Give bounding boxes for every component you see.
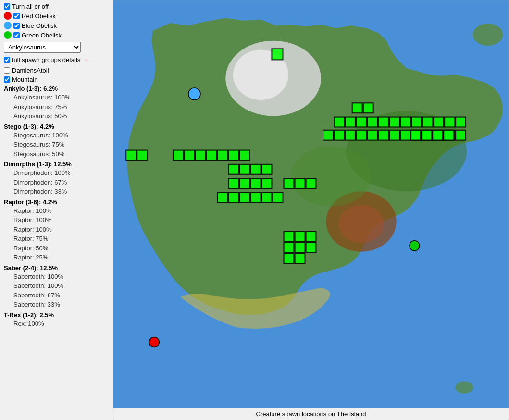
svg-rect-62 xyxy=(295,232,305,242)
svg-rect-16 xyxy=(400,117,410,127)
list-item: Dimorphodon: 33% xyxy=(4,187,109,197)
svg-rect-66 xyxy=(306,243,316,253)
svg-rect-49 xyxy=(240,178,250,188)
group-header-ankylo: Ankylo (1-3): 6.2% xyxy=(4,85,109,92)
list-item: Stegosaurus: 100% xyxy=(4,131,109,140)
full-spawn-row: full spawn groups details ← xyxy=(4,55,109,65)
list-item: Raptor: 100% xyxy=(4,215,109,225)
spawn-groups: Ankylo (1-3): 6.2% Ankylosaurus: 100% An… xyxy=(4,85,109,328)
svg-rect-8 xyxy=(352,103,362,113)
svg-rect-19 xyxy=(434,117,444,127)
svg-rect-51 xyxy=(262,178,272,188)
red-obelisk-checkbox[interactable] xyxy=(13,13,20,19)
turn-all-label: Turn all or off xyxy=(12,3,49,10)
map-container: Creature spawn locations on The Island xyxy=(113,0,509,420)
list-item: Stegosaurus: 75% xyxy=(4,140,109,149)
svg-rect-46 xyxy=(251,164,261,174)
blue-obelisk-checkbox[interactable] xyxy=(13,23,20,29)
svg-rect-72 xyxy=(444,130,454,140)
svg-rect-52 xyxy=(218,192,228,202)
sidebar: Turn all or off Red Obelisk Blue Obelisk… xyxy=(0,0,113,420)
map-caption: Creature spawn locations on The Island xyxy=(113,408,509,420)
list-item: Dimorphodon: 67% xyxy=(4,178,109,187)
svg-rect-15 xyxy=(389,117,399,127)
svg-point-4 xyxy=(339,205,384,243)
svg-rect-28 xyxy=(389,130,399,140)
red-spawn-dot xyxy=(149,337,159,347)
svg-rect-20 xyxy=(445,117,455,127)
green-obelisk-dot xyxy=(410,241,420,251)
svg-rect-63 xyxy=(306,232,316,242)
svg-rect-67 xyxy=(284,254,294,264)
svg-rect-17 xyxy=(411,117,422,127)
mountain-label: Mountain xyxy=(12,76,37,83)
svg-rect-38 xyxy=(185,150,195,161)
arrow-icon: ← xyxy=(84,55,93,65)
creature-dropdown-row: Ankylosaurus Rex Raptor Stegosaurus Sabe… xyxy=(4,42,109,53)
damiensatoll-checkbox[interactable] xyxy=(4,67,10,74)
svg-rect-47 xyxy=(262,164,272,174)
green-obelisk-label: Green Obelisk xyxy=(22,32,62,39)
green-obelisk-checkbox[interactable] xyxy=(13,32,20,38)
svg-rect-41 xyxy=(218,150,228,161)
list-item: Sabertooth: 67% xyxy=(4,291,109,300)
svg-rect-44 xyxy=(229,164,239,174)
svg-rect-14 xyxy=(378,117,388,127)
svg-rect-58 xyxy=(284,178,294,188)
svg-rect-23 xyxy=(334,130,344,140)
svg-rect-36 xyxy=(137,150,147,161)
svg-rect-55 xyxy=(251,192,261,202)
damiensatoll-label: DamiensAtoll xyxy=(12,67,49,74)
red-obelisk-row: Red Obelisk xyxy=(4,12,109,20)
group-header-trex: T-Rex (1-2): 2.5% xyxy=(4,311,109,319)
list-item: Ankylosaurus: 100% xyxy=(4,93,109,102)
svg-rect-61 xyxy=(284,232,294,242)
damiensatoll-row: DamiensAtoll xyxy=(4,67,109,74)
svg-rect-21 xyxy=(456,117,466,127)
list-item: Sabertooth: 100% xyxy=(4,272,109,282)
svg-rect-45 xyxy=(240,164,250,174)
list-item: Rex: 100% xyxy=(4,319,109,329)
svg-rect-35 xyxy=(126,150,136,161)
svg-rect-22 xyxy=(323,130,333,140)
svg-rect-39 xyxy=(196,150,206,161)
list-item: Ankylosaurus: 75% xyxy=(4,102,109,112)
green-dot-icon xyxy=(4,31,12,39)
svg-rect-56 xyxy=(262,192,272,202)
svg-rect-43 xyxy=(240,150,250,161)
list-item: Raptor: 100% xyxy=(4,225,109,235)
list-item: Ankylosaurus: 50% xyxy=(4,111,109,121)
creature-dropdown[interactable]: Ankylosaurus Rex Raptor Stegosaurus Sabe… xyxy=(4,42,81,53)
blue-dot-icon xyxy=(4,22,12,29)
list-item: Sabertooth: 100% xyxy=(4,281,109,291)
blue-obelisk-label: Blue Obelisk xyxy=(22,22,57,29)
full-spawn-checkbox[interactable] xyxy=(4,57,10,63)
turn-all-checkbox[interactable] xyxy=(4,3,10,10)
svg-rect-34 xyxy=(456,130,466,140)
svg-rect-65 xyxy=(295,243,305,253)
svg-rect-54 xyxy=(240,192,250,202)
svg-rect-25 xyxy=(356,130,366,140)
svg-rect-57 xyxy=(273,192,283,202)
list-item: Dimorphodon: 100% xyxy=(4,168,109,178)
svg-rect-40 xyxy=(207,150,217,161)
svg-rect-13 xyxy=(367,117,377,127)
list-item: Sabertooth: 33% xyxy=(4,300,109,309)
svg-rect-64 xyxy=(284,243,294,253)
svg-rect-10 xyxy=(334,117,344,127)
svg-rect-27 xyxy=(378,130,388,140)
list-item: Raptor: 50% xyxy=(4,244,109,253)
svg-rect-18 xyxy=(422,117,433,127)
green-obelisk-row: Green Obelisk xyxy=(4,31,109,39)
list-item: Stegosaurus: 50% xyxy=(4,149,109,159)
svg-rect-69 xyxy=(410,130,421,140)
map-background xyxy=(113,0,509,420)
svg-rect-7 xyxy=(272,49,283,60)
svg-rect-42 xyxy=(229,150,239,161)
red-obelisk-label: Red Obelisk xyxy=(22,12,56,20)
svg-rect-50 xyxy=(251,178,261,188)
svg-rect-71 xyxy=(433,130,443,140)
svg-rect-60 xyxy=(306,178,316,188)
svg-point-73 xyxy=(473,24,503,46)
mountain-checkbox[interactable] xyxy=(4,76,10,83)
